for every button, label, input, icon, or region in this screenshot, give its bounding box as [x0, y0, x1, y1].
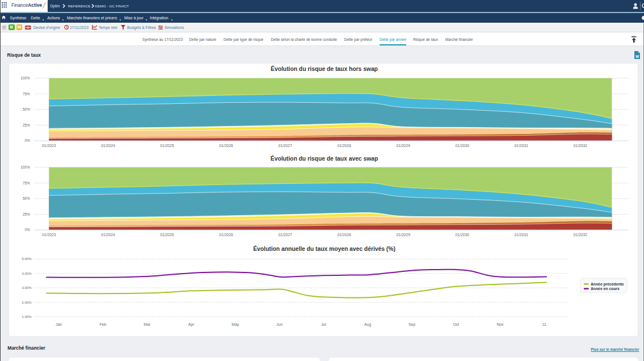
svg-text:01/2028: 01/2028 [337, 233, 351, 237]
svg-text:01/2029: 01/2029 [396, 233, 410, 237]
svg-text:0%: 0% [24, 138, 30, 142]
svg-text:01/2026: 01/2026 [219, 144, 233, 148]
svg-text:01/2023: 01/2023 [42, 144, 56, 148]
svg-text:4.00%: 4.00% [22, 272, 32, 275]
svg-text:11: 11 [542, 322, 546, 326]
svg-text:1.00%: 1.00% [22, 315, 32, 318]
svg-text:01/2030: 01/2030 [456, 144, 470, 148]
svg-text:Nov: Nov [496, 322, 504, 326]
svg-text:Jul: Jul [321, 322, 326, 326]
svg-text:5.00%: 5.00% [22, 257, 32, 261]
svg-text:May: May [231, 322, 239, 327]
svg-text:01/2032: 01/2032 [574, 144, 588, 148]
svg-text:100%: 100% [20, 76, 30, 80]
svg-text:25%: 25% [23, 123, 30, 127]
svg-text:100%: 100% [20, 165, 30, 169]
svg-text:Année précédente: Année précédente [591, 282, 624, 287]
svg-text:2.00%: 2.00% [22, 301, 32, 304]
svg-text:75%: 75% [23, 181, 30, 185]
svg-text:01/2028: 01/2028 [337, 144, 351, 148]
svg-text:01/2031: 01/2031 [515, 233, 529, 237]
svg-text:Évolution du risque de taux av: Évolution du risque de taux avec swap [271, 155, 378, 162]
svg-text:50%: 50% [23, 107, 30, 111]
svg-text:50%: 50% [23, 196, 30, 200]
svg-text:Jan: Jan [56, 322, 62, 326]
svg-text:01/2024: 01/2024 [101, 233, 115, 237]
svg-text:01/2025: 01/2025 [160, 144, 174, 148]
svg-text:01/2027: 01/2027 [278, 233, 292, 237]
svg-text:01/2031: 01/2031 [515, 144, 529, 148]
svg-text:25%: 25% [23, 212, 30, 216]
svg-text:Évolution annuelle du taux moy: Évolution annuelle du taux moyen avec dé… [253, 245, 395, 252]
svg-text:Année en cours: Année en cours [591, 287, 620, 291]
svg-text:01/2032: 01/2032 [574, 233, 588, 237]
svg-text:Sep: Sep [409, 322, 415, 327]
svg-text:01/2024: 01/2024 [101, 144, 115, 148]
svg-text:01/2030: 01/2030 [456, 233, 470, 237]
svg-text:01/2027: 01/2027 [278, 144, 292, 148]
svg-text:01/2029: 01/2029 [396, 144, 410, 148]
svg-text:Jun: Jun [276, 322, 283, 326]
svg-text:01/2023: 01/2023 [42, 233, 56, 237]
svg-text:3.00%: 3.00% [22, 286, 32, 289]
svg-text:75%: 75% [23, 92, 30, 96]
svg-text:Mar: Mar [144, 322, 150, 326]
svg-text:Oct: Oct [453, 322, 459, 326]
svg-text:01/2026: 01/2026 [219, 233, 233, 237]
svg-text:01/2025: 01/2025 [160, 233, 174, 237]
svg-text:0%: 0% [24, 228, 30, 232]
svg-text:Feb: Feb [99, 322, 106, 326]
svg-text:Évolution du risque de taux ho: Évolution du risque de taux hors swap [271, 65, 378, 72]
svg-text:Apr: Apr [188, 322, 195, 327]
svg-text:Aug: Aug [364, 322, 371, 327]
